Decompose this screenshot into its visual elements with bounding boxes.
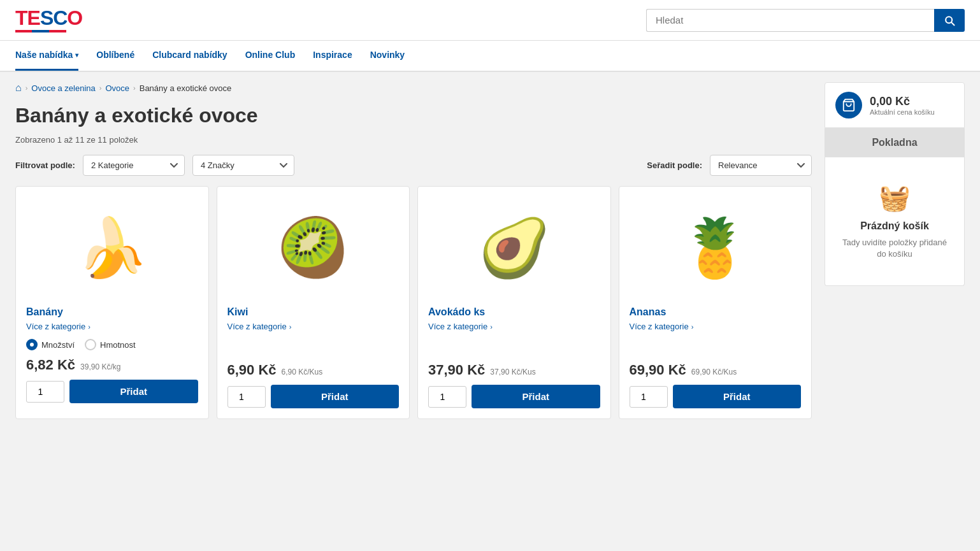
add-row-avokado: Přidat <box>428 385 600 408</box>
price-per-avokado: 37,90 Kč/Kus <box>490 368 535 376</box>
qty-input-avokado[interactable] <box>428 386 466 408</box>
page-title: Banány a exotické ovoce <box>15 104 812 127</box>
product-card-banany: 🍌 Banány Více z kategorie › Množství Hmo… <box>15 186 209 419</box>
filters-row: Filtrovat podle: 2 Kategorie 4 Značky Se… <box>15 155 812 176</box>
toggle-row-banany: Množství Hmotnost <box>26 339 198 350</box>
cart-price-info: 0,00 Kč Aktuální cena košíku <box>870 95 935 116</box>
more-link-kiwi[interactable]: Více z kategorie › <box>227 322 400 331</box>
nav-item-clubcard[interactable]: Clubcard nabídky <box>152 41 227 71</box>
chevron-right-icon-kiwi: › <box>289 323 292 331</box>
breadcrumb-ovoce-zelenina[interactable]: Ovoce a zelenina <box>31 83 95 93</box>
nav-item-nase-nabidka[interactable]: Naše nabídka ▾ <box>15 41 78 71</box>
radio-mnozstvi-banany[interactable]: Množství <box>26 339 75 350</box>
search-bar <box>646 9 965 32</box>
price-main-banany: 6,82 Kč <box>26 357 75 373</box>
nav-item-online-club[interactable]: Online Club <box>245 41 296 71</box>
cart-total: 0,00 Kč <box>870 95 935 108</box>
search-input[interactable] <box>646 9 934 32</box>
product-image-kiwi: 🥝 <box>227 197 400 299</box>
main-nav: Naše nabídka ▾ Oblíbené Clubcard nabídky… <box>0 41 980 72</box>
more-link-banany[interactable]: Více z kategorie › <box>26 322 198 331</box>
price-main-avokado: 37,90 Kč <box>428 362 485 378</box>
main-wrap: ⌂ › Ovoce a zelenina › Ovoce › Banány a … <box>0 72 980 429</box>
qty-input-ananas[interactable] <box>630 386 668 408</box>
radio-circle-mnozstvi <box>26 339 38 350</box>
avokado-image: 🥑 <box>479 219 550 276</box>
chevron-right-icon: › <box>88 323 90 331</box>
sort-select[interactable]: Relevance <box>710 155 812 176</box>
ananas-image: 🍍 <box>679 219 751 276</box>
qty-input-banany[interactable] <box>26 381 64 403</box>
sort-row: Seřadit podle: Relevance <box>647 155 812 176</box>
price-main-kiwi: 6,90 Kč <box>227 362 277 378</box>
price-row-ananas: 69,90 Kč 69,90 Kč/Kus <box>630 362 802 378</box>
nav-item-inspirace[interactable]: Inspirace <box>313 41 352 71</box>
add-row-kiwi: Přidat <box>227 385 400 408</box>
add-button-ananas[interactable]: Přidat <box>673 385 802 408</box>
cart-empty-area: 🧺 Prázdný košík Tady uvidíte položky při… <box>825 157 965 286</box>
cart-empty-sub: Tady uvidíte položky přidané do košíku <box>838 237 951 260</box>
product-card-avokado: 🥑 Avokádo ks Více z kategorie › 37,90 Kč… <box>417 186 611 419</box>
search-icon <box>943 14 956 27</box>
price-per-banany: 39,90 Kč/kg <box>80 362 120 371</box>
radio-hmotnost-banany[interactable]: Hmotnost <box>85 339 136 350</box>
price-row-kiwi: 6,90 Kč 6,90 Kč/Kus <box>227 362 400 378</box>
add-button-kiwi[interactable]: Přidat <box>271 385 400 408</box>
banany-image: 🍌 <box>76 219 148 276</box>
filter-kategorie[interactable]: 2 Kategorie <box>83 155 185 176</box>
more-link-avokado[interactable]: Více z kategorie › <box>428 322 600 331</box>
cart-icon-wrap <box>835 92 862 118</box>
filter-label: Filtrovat podle: <box>15 161 75 170</box>
chevron-right-icon-ananas: › <box>691 323 694 331</box>
cart-basket-icon: 🧺 <box>838 183 951 213</box>
checkout-button[interactable]: Pokladna <box>825 128 965 157</box>
breadcrumb-current: Banány a exotické ovoce <box>140 83 232 93</box>
products-grid: 🍌 Banány Více z kategorie › Množství Hmo… <box>15 186 812 419</box>
product-card-kiwi: 🥝 Kiwi Více z kategorie › 6,90 Kč 6,90 K… <box>217 186 410 419</box>
cart-sidebar: 0,00 Kč Aktuální cena košíku Pokladna 🧺 … <box>825 82 965 419</box>
product-image-avokado: 🥑 <box>428 197 600 299</box>
cart-icon <box>842 98 856 112</box>
product-name-avokado[interactable]: Avokádo ks <box>428 306 600 318</box>
cart-empty-title: Prázdný košík <box>838 220 951 232</box>
content-area: ⌂ › Ovoce a zelenina › Ovoce › Banány a … <box>15 82 812 419</box>
breadcrumb-sep-1: › <box>25 84 28 92</box>
radio-circle-hmotnost <box>85 339 96 350</box>
kiwi-image: 🥝 <box>277 219 349 276</box>
more-link-ananas[interactable]: Více z kategorie › <box>630 322 802 331</box>
qty-input-kiwi[interactable] <box>227 386 266 408</box>
add-row-banany: Přidat <box>26 380 198 403</box>
breadcrumb-sep-2: › <box>99 84 102 92</box>
header: TESCO <box>0 0 980 41</box>
breadcrumb: ⌂ › Ovoce a zelenina › Ovoce › Banány a … <box>15 82 812 94</box>
chevron-down-icon: ▾ <box>75 52 78 59</box>
product-card-ananas: 🍍 Ananas Více z kategorie › 69,90 Kč 69,… <box>619 186 812 419</box>
product-image-ananas: 🍍 <box>630 197 802 299</box>
logo[interactable]: TESCO <box>15 8 82 32</box>
product-name-kiwi[interactable]: Kiwi <box>227 306 400 318</box>
nav-item-oblibene[interactable]: Oblíbené <box>96 41 134 71</box>
add-row-ananas: Přidat <box>630 385 802 408</box>
price-per-kiwi: 6,90 Kč/Kus <box>282 368 323 376</box>
price-row-avokado: 37,90 Kč 37,90 Kč/Kus <box>428 362 600 378</box>
nav-item-novinky[interactable]: Novinky <box>370 41 405 71</box>
breadcrumb-sep-3: › <box>133 84 136 92</box>
count-text: Zobrazeno 1 až 11 ze 11 položek <box>15 135 812 145</box>
cart-header: 0,00 Kč Aktuální cena košíku <box>825 82 965 128</box>
add-button-banany[interactable]: Přidat <box>69 380 198 403</box>
chevron-right-icon-avokado: › <box>490 323 493 331</box>
price-per-ananas: 69,90 Kč/Kus <box>691 368 737 376</box>
filter-znacky[interactable]: 4 Značky <box>192 155 294 176</box>
product-name-banany[interactable]: Banány <box>26 306 198 318</box>
sort-label: Seřadit podle: <box>647 161 702 170</box>
price-main-ananas: 69,90 Kč <box>630 362 686 378</box>
product-image-banany: 🍌 <box>26 197 198 299</box>
cart-sub: Aktuální cena košíku <box>870 108 935 116</box>
search-button[interactable] <box>934 9 965 32</box>
breadcrumb-ovoce[interactable]: Ovoce <box>105 83 129 93</box>
add-button-avokado[interactable]: Přidat <box>472 385 600 408</box>
product-name-ananas[interactable]: Ananas <box>630 306 802 318</box>
price-row-banany: 6,82 Kč 39,90 Kč/kg <box>26 357 198 373</box>
home-icon[interactable]: ⌂ <box>15 82 22 94</box>
